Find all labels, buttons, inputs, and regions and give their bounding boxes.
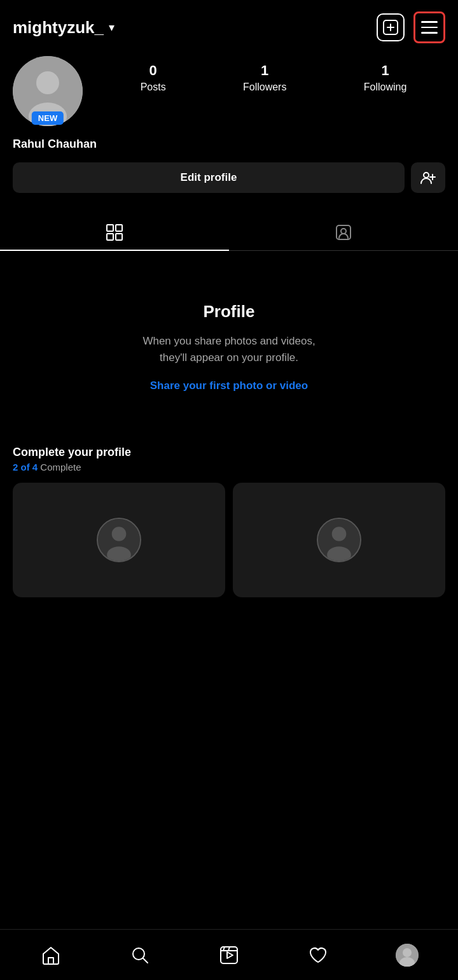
header-right (377, 11, 445, 43)
profile-top: NEW 0 Posts 1 Followers 1 Following (13, 56, 445, 126)
tab-grid[interactable] (0, 215, 229, 250)
nav-profile-avatar (396, 944, 419, 967)
empty-state: Profile When you share photos and videos… (0, 251, 458, 430)
empty-title: Profile (204, 302, 255, 322)
nav-search[interactable] (121, 936, 159, 974)
header: mightyzuk_ ▾ (0, 0, 458, 50)
action-buttons: Edit profile (13, 162, 445, 193)
followers-count: 1 (261, 62, 268, 79)
profile-card-1[interactable] (13, 483, 225, 597)
followers-label: Followers (243, 82, 286, 93)
home-icon (41, 945, 61, 965)
plus-square-icon (382, 19, 399, 36)
following-count: 1 (381, 62, 389, 79)
complete-progress: 2 of 4 (13, 462, 38, 472)
svg-point-4 (36, 71, 59, 94)
followers-stat[interactable]: 1 Followers (243, 62, 286, 93)
empty-description: When you share photos and videos,they'll… (142, 333, 315, 366)
new-badge: NEW (32, 111, 64, 125)
svg-marker-24 (227, 952, 233, 958)
avatar-container[interactable]: NEW (13, 56, 83, 126)
profile-section: NEW 0 Posts 1 Followers 1 Following Rahu… (0, 50, 458, 199)
posts-stat[interactable]: 0 Posts (141, 62, 166, 93)
profile-cards-row (13, 483, 445, 597)
add-content-button[interactable] (377, 13, 405, 41)
complete-profile-subtitle: 2 of 4 Complete (13, 462, 445, 472)
grid-icon (106, 224, 123, 241)
nav-profile[interactable] (388, 936, 426, 974)
hamburger-menu-button[interactable] (413, 11, 445, 43)
svg-rect-9 (107, 225, 113, 231)
share-first-photo-link[interactable]: Share your first photo or video (150, 380, 308, 392)
card-avatar-svg-1 (98, 518, 140, 561)
header-left: mightyzuk_ ▾ (13, 18, 114, 38)
complete-profile-section: Complete your profile 2 of 4 Complete (0, 430, 458, 607)
svg-point-16 (112, 527, 127, 541)
card-avatar-2 (317, 518, 361, 562)
add-person-icon (420, 169, 436, 186)
svg-rect-12 (116, 234, 122, 240)
nav-home[interactable] (32, 936, 70, 974)
svg-point-6 (424, 173, 429, 178)
tagged-icon (335, 224, 352, 241)
nav-avatar-svg (396, 944, 419, 967)
add-person-button[interactable] (411, 162, 445, 193)
svg-rect-10 (116, 225, 122, 231)
nav-reels[interactable] (210, 936, 248, 974)
svg-point-19 (332, 527, 347, 541)
hamburger-line-1 (421, 21, 438, 23)
svg-rect-11 (107, 234, 113, 240)
tabs-row (0, 215, 458, 251)
svg-point-29 (403, 948, 412, 957)
posts-count: 0 (149, 62, 157, 79)
profile-name: Rahul Chauhan (13, 138, 445, 151)
hamburger-line-3 (421, 32, 438, 34)
profile-card-2[interactable] (233, 483, 445, 597)
svg-point-14 (341, 229, 346, 234)
complete-profile-title: Complete your profile (13, 446, 445, 459)
following-stat[interactable]: 1 Following (364, 62, 407, 93)
card-avatar-svg-2 (318, 518, 360, 561)
following-label: Following (364, 82, 407, 93)
bottom-nav (0, 929, 458, 980)
reels-icon (219, 945, 239, 965)
edit-profile-button[interactable]: Edit profile (13, 162, 405, 193)
nav-activity[interactable] (299, 936, 337, 974)
card-avatar-1 (97, 518, 141, 562)
hamburger-line-2 (421, 27, 438, 29)
svg-line-22 (143, 958, 148, 963)
complete-progress-label: Complete (40, 462, 81, 472)
heart-icon (308, 945, 328, 965)
search-icon (130, 945, 150, 965)
stats-row: 0 Posts 1 Followers 1 Following (102, 56, 445, 93)
posts-label: Posts (141, 82, 166, 93)
username-text[interactable]: mightyzuk_ (13, 18, 104, 38)
chevron-down-icon[interactable]: ▾ (109, 20, 114, 34)
tab-tagged[interactable] (229, 215, 458, 250)
